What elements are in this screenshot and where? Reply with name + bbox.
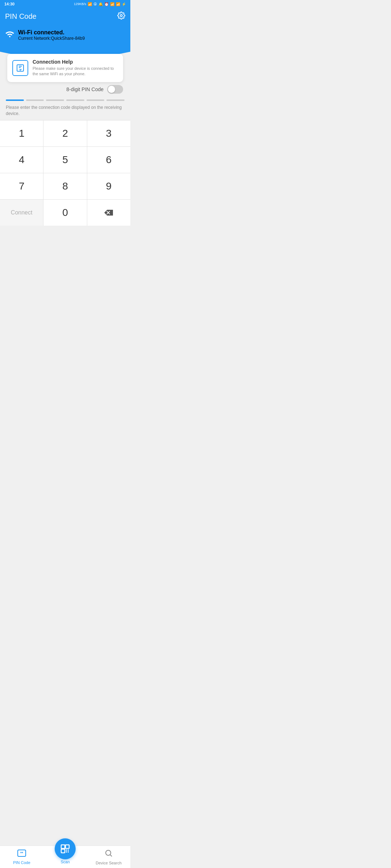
dot-3 <box>46 99 64 101</box>
signal-icon: 📶 <box>110 2 114 6</box>
instruction-text: Please enter the connection code display… <box>0 103 130 120</box>
clock-icon: ⏰ <box>104 2 109 6</box>
numpad-row-4: Connect 0 <box>0 199 130 226</box>
page-title: PIN Code <box>5 12 37 21</box>
key-5[interactable]: 5 <box>43 147 87 173</box>
wifi-network-label: Current Network:QuickShare-84b9 <box>18 36 85 41</box>
dot-6 <box>106 99 125 101</box>
numpad-row-3: 7 8 9 <box>0 173 130 199</box>
key-8[interactable]: 8 <box>43 173 87 199</box>
status-time: 14:30 <box>4 2 14 6</box>
key-3[interactable]: 3 <box>87 120 130 146</box>
pin-toggle-label: 8-digit PIN Code <box>66 86 104 92</box>
wifi-info: Wi-Fi connected. Current Network:QuickSh… <box>18 29 85 41</box>
status-icons: 129KB/s 📶 ⦿ 🔔 ⏰ 📶 📶 ⚡ <box>74 2 126 6</box>
connection-help-card: Connection Help Please make sure your de… <box>7 54 123 82</box>
dot-indicators <box>0 97 130 103</box>
svg-point-0 <box>120 14 122 17</box>
wifi-status-icon: 📶 <box>116 2 120 6</box>
wifi-connected-label: Wi-Fi connected. <box>18 29 85 36</box>
notification-icon: 🔔 <box>98 2 103 6</box>
key-9[interactable]: 9 <box>87 173 130 199</box>
status-bar: 14:30 129KB/s 📶 ⦿ 🔔 ⏰ 📶 📶 ⚡ <box>0 0 130 8</box>
help-icon-box <box>12 60 28 76</box>
battery-icon: ⚡ <box>122 2 126 6</box>
dot-4 <box>66 99 84 101</box>
dot-5 <box>87 99 105 101</box>
key-0[interactable]: 0 <box>43 200 87 226</box>
spacer <box>0 226 130 255</box>
numpad-row-1: 1 2 3 <box>0 120 130 146</box>
dot-1 <box>6 99 24 101</box>
help-title: Connection Help <box>33 59 118 65</box>
help-text-block: Connection Help Please make sure your de… <box>33 59 118 77</box>
key-4[interactable]: 4 <box>0 147 43 173</box>
key-1[interactable]: 1 <box>0 120 43 146</box>
key-6[interactable]: 6 <box>87 147 130 173</box>
key-2[interactable]: 2 <box>43 120 87 146</box>
connect-button[interactable]: Connect <box>0 200 43 226</box>
pin-toggle-switch[interactable] <box>107 85 123 94</box>
numpad: 1 2 3 4 5 6 7 8 9 Connect 0 <box>0 120 130 226</box>
wifi-icon <box>5 30 14 39</box>
header: PIN Code <box>0 8 130 26</box>
settings-icon[interactable] <box>117 12 125 21</box>
numpad-row-2: 4 5 6 <box>0 146 130 173</box>
speed-indicator: 129KB/s <box>74 2 86 6</box>
pin-toggle-row: 8-digit PIN Code <box>0 82 130 97</box>
help-description: Please make sure your device is connecte… <box>33 66 118 77</box>
key-7[interactable]: 7 <box>0 173 43 199</box>
bluetooth-icon: 📶 <box>88 2 92 6</box>
wifi-section: Wi-Fi connected. Current Network:QuickSh… <box>0 26 130 52</box>
main-content: Connection Help Please make sure your de… <box>0 63 130 226</box>
backspace-button[interactable] <box>87 200 130 226</box>
svg-point-1 <box>9 36 10 37</box>
dot-2 <box>26 99 44 101</box>
bluetooth-icon2: ⦿ <box>93 2 97 6</box>
